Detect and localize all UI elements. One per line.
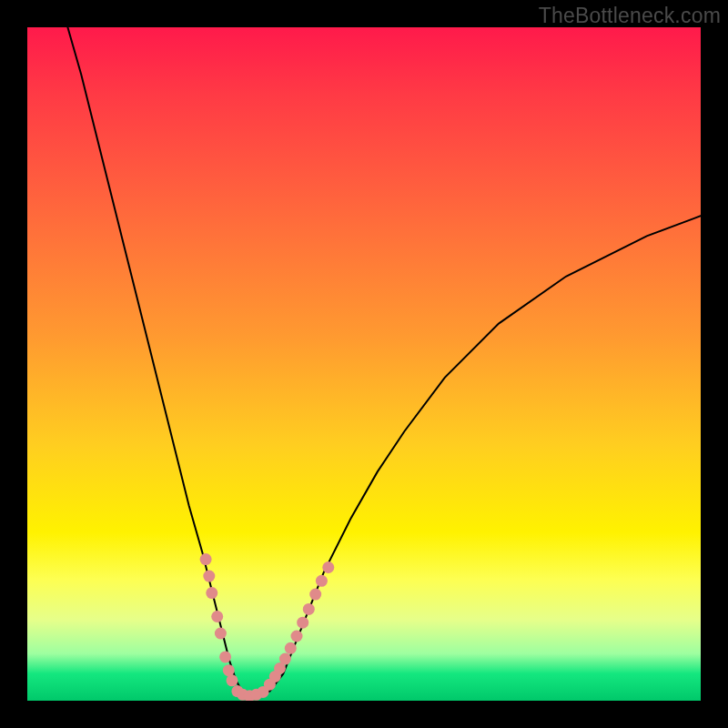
curve-marker [291, 631, 303, 642]
curve-marker [206, 587, 217, 599]
curve-marker [309, 589, 321, 601]
curve-marker [227, 674, 238, 686]
curve-overlay [27, 27, 701, 701]
curve-marker [211, 611, 223, 622]
bottleneck-curve [67, 27, 701, 696]
curve-marker [203, 571, 215, 582]
curve-marker [285, 642, 297, 654]
curve-marker [223, 664, 235, 676]
curve-marker [322, 561, 334, 573]
plot-area [27, 27, 701, 701]
curve-marker [279, 653, 291, 665]
curve-marker [215, 628, 227, 640]
curve-marker [316, 575, 328, 587]
curve-marker [303, 603, 315, 615]
curve-markers [200, 553, 335, 701]
curve-marker [219, 651, 231, 662]
curve-marker [297, 617, 308, 629]
curve-marker [200, 553, 212, 565]
chart-frame: TheBottleneck.com [0, 0, 728, 728]
watermark-text: TheBottleneck.com [539, 4, 721, 28]
